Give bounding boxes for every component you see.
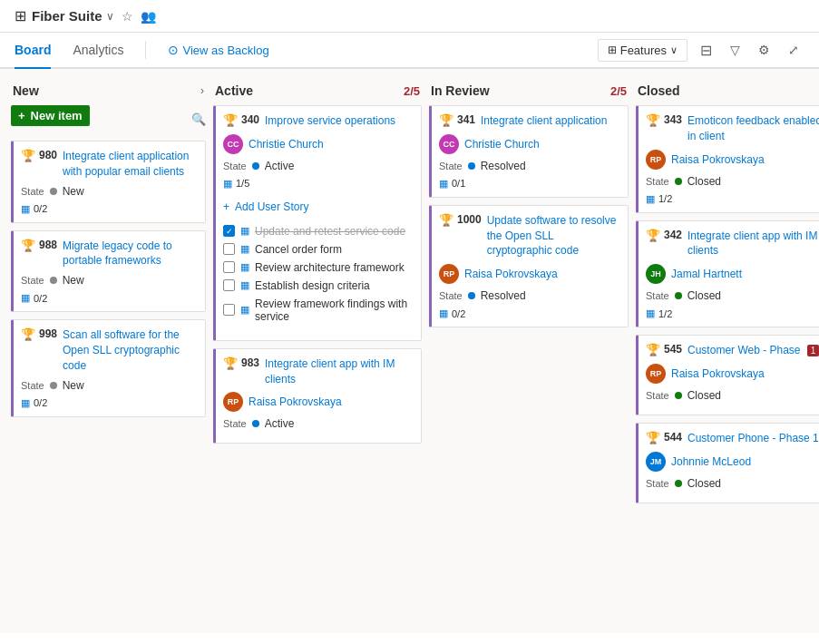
progress-icon: ▦	[439, 178, 448, 190]
progress-icon: ▦	[21, 203, 30, 215]
person-name-christie[interactable]: Christie Church	[464, 138, 540, 151]
person-name-raisa[interactable]: Raisa Pokrovskaya	[671, 367, 765, 380]
plus-icon: +	[223, 200, 229, 213]
trophy-icon: 🏆	[21, 149, 35, 162]
task-checkbox[interactable]	[223, 304, 235, 316]
expand-icon[interactable]: ⤢	[783, 39, 804, 61]
person-name-jamal[interactable]: Jamal Hartnett	[671, 268, 742, 280]
column-new-chevron[interactable]: ›	[200, 84, 204, 97]
nav-analytics[interactable]: Analytics	[73, 33, 123, 69]
top-bar: ⊞ Fiber Suite ∨ ☆ 👥	[0, 0, 819, 33]
card-998: 🏆 998 Scan all software for the Open SLL…	[11, 319, 206, 416]
column-new-header: New ›	[11, 80, 206, 105]
person-name-christie[interactable]: Christie Church	[249, 138, 324, 151]
column-in-review-cards: 🏆 341 Integrate client application CC Ch…	[429, 105, 629, 622]
state-dot-closed	[675, 178, 682, 185]
column-closed-header: Closed ‹	[636, 80, 819, 105]
state-dot-closed	[675, 392, 682, 399]
card-545: 🏆 545 Customer Web - Phase 1 RP Raisa Po…	[636, 335, 819, 415]
nav-right-actions: ⊞ Features ∨ ⊟ ▽ ⚙ ⤢	[598, 38, 804, 63]
state-dot-active	[252, 420, 259, 427]
column-closed-title: Closed	[638, 83, 680, 98]
state-dot-resolved	[468, 162, 475, 170]
trophy-icon: 🏆	[21, 239, 35, 252]
person-name-johnnie[interactable]: Johnnie McLeod	[671, 455, 751, 468]
column-new-cards: 🏆 980 Integrate client application with …	[11, 141, 206, 622]
tag-1: 1	[807, 345, 819, 356]
state-dot-closed	[675, 292, 682, 299]
avatar-raisa: RP	[646, 364, 666, 384]
trophy-icon: 🏆	[646, 229, 660, 242]
task-checkbox[interactable]	[223, 279, 235, 291]
people-icon[interactable]: 👥	[141, 9, 156, 24]
nav-board[interactable]: Board	[15, 33, 51, 69]
card-340: 🏆 340 Improve service operations CC Chri…	[213, 105, 422, 341]
search-icon[interactable]: 🔍	[191, 112, 206, 126]
task-bar-icon: ▦	[240, 243, 249, 255]
plus-icon: +	[18, 109, 25, 122]
settings-icon[interactable]: ⚙	[753, 39, 775, 61]
column-in-review-count: 2/5	[610, 84, 627, 98]
progress-icon: ▦	[646, 193, 655, 205]
card-1000: 🏆 1000 Update software to resolve the Op…	[429, 205, 629, 327]
task-item: ✓ ▦ Update and retest service code	[223, 222, 414, 240]
avatar-johnnie: JM	[646, 452, 666, 472]
card-343: 🏆 343 Emoticon feedback enabled in clien…	[636, 105, 819, 213]
person-name-raisa[interactable]: Raisa Pokrovskaya	[249, 395, 342, 408]
board: New › + New item 🔍 🏆 980 Integrate clien…	[0, 69, 819, 633]
column-in-review-header: In Review 2/5	[429, 80, 629, 105]
column-active-title: Active	[215, 83, 253, 98]
add-user-story-btn[interactable]: + Add User Story	[223, 195, 414, 219]
task-item: ▦ Review framework findings with service	[223, 295, 414, 326]
column-in-review-title: In Review	[431, 83, 490, 98]
favorite-icon[interactable]: ☆	[122, 9, 133, 24]
app-title-chevron-icon[interactable]: ∨	[106, 10, 114, 23]
card-341: 🏆 341 Integrate client application CC Ch…	[429, 105, 629, 198]
card-980: 🏆 980 Integrate client application with …	[11, 141, 206, 223]
person-name-raisa[interactable]: Raisa Pokrovskaya	[464, 268, 558, 280]
trophy-icon: 🏆	[223, 113, 238, 127]
task-checkbox[interactable]: ✓	[223, 225, 235, 237]
nav-divider	[145, 41, 146, 59]
state-dot-new	[50, 188, 57, 195]
task-checkbox[interactable]	[223, 243, 235, 255]
trophy-icon: 🏆	[646, 431, 660, 444]
column-new: New › + New item 🔍 🏆 980 Integrate clien…	[11, 80, 206, 622]
card-342: 🏆 342 Integrate client app with IM clien…	[636, 220, 819, 328]
progress-icon: ▦	[223, 178, 232, 190]
task-bar-icon: ▦	[240, 261, 249, 273]
nav-bar: Board Analytics ⊙ View as Backlog ⊞ Feat…	[0, 33, 819, 69]
trophy-icon: 🏆	[439, 213, 453, 227]
view-backlog-btn[interactable]: ⊙ View as Backlog	[168, 43, 268, 57]
avatar-christie: CC	[439, 134, 459, 154]
progress-icon: ▦	[439, 307, 448, 319]
task-item: ▦ Cancel order form	[223, 240, 414, 259]
card-544: 🏆 544 Customer Phone - Phase 1 JM Johnni…	[636, 423, 819, 503]
avatar-jamal: JH	[646, 264, 666, 284]
new-item-bar: + New item 🔍	[11, 105, 206, 133]
state-dot-resolved	[468, 292, 475, 299]
trophy-icon: 🏆	[439, 113, 453, 127]
filter-icon[interactable]: ▽	[725, 39, 746, 61]
app-title: Fiber Suite	[32, 8, 102, 24]
column-options-icon[interactable]: ⊟	[695, 38, 717, 63]
column-active-count: 2/5	[404, 84, 420, 98]
task-bar-icon: ▦	[240, 225, 249, 237]
person-name-raisa[interactable]: Raisa Pokrovskaya	[671, 153, 765, 166]
task-item: ▦ Establish design criteria	[223, 277, 414, 295]
avatar-raisa: RP	[439, 264, 459, 284]
avatar-raisa: RP	[223, 392, 243, 412]
avatar-raisa: RP	[646, 150, 666, 170]
app-grid-icon: ⊞	[15, 7, 26, 24]
progress-icon: ▦	[21, 397, 30, 409]
features-grid-icon: ⊞	[608, 44, 617, 56]
new-item-button[interactable]: + New item	[11, 105, 90, 126]
column-closed-cards: 🏆 343 Emoticon feedback enabled in clien…	[636, 105, 819, 622]
task-checkbox[interactable]	[223, 261, 235, 273]
progress-icon: ▦	[21, 292, 30, 304]
column-active: Active 2/5 🏆 340 Improve service operati…	[213, 80, 422, 622]
trophy-icon: 🏆	[646, 113, 660, 127]
features-btn[interactable]: ⊞ Features ∨	[598, 39, 687, 62]
task-bar-icon: ▦	[240, 304, 249, 316]
column-closed: Closed ‹ 🏆 343 Emoticon feedback enabled…	[636, 80, 819, 622]
